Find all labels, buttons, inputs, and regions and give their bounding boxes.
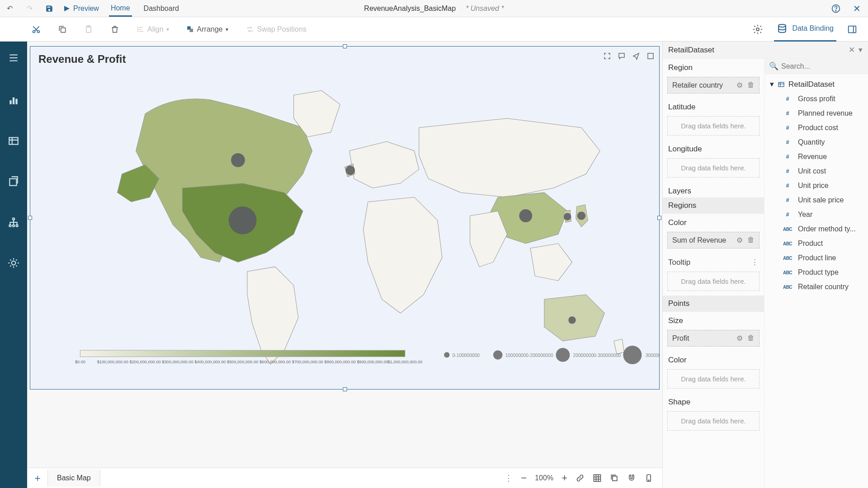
cut-button[interactable] <box>32 25 41 34</box>
field-item[interactable]: #Unit cost <box>778 164 866 178</box>
field-item[interactable]: ABCRetailer country <box>778 280 866 294</box>
zoom-out-button[interactable]: − <box>521 472 527 484</box>
legend-tick: $900,000,000.00 <box>357 360 388 364</box>
latitude-dropzone[interactable]: Drag data fields here. <box>667 116 760 136</box>
snap-icon[interactable] <box>627 474 636 483</box>
point-bucket: 0-100000000 <box>453 353 480 358</box>
text-type-icon: ABC <box>782 227 793 232</box>
dataset-selector[interactable] <box>668 46 845 55</box>
sheet-tab[interactable]: Basic Map <box>47 469 100 487</box>
field-item[interactable]: #Unit price <box>778 178 866 193</box>
delete-button[interactable] <box>110 25 119 34</box>
field-search-input[interactable] <box>781 62 863 70</box>
svg-point-34 <box>623 346 642 364</box>
field-item[interactable]: #Planned revenue <box>778 106 866 121</box>
numeric-type-icon: # <box>782 197 793 203</box>
region-color-binding[interactable]: Sum of Revenue ⚙ 🗑 <box>667 232 760 249</box>
nav-pages-icon[interactable] <box>0 168 27 195</box>
chart-title: Revenue & Profit <box>30 47 659 67</box>
preview-button[interactable]: Preview <box>64 5 99 13</box>
arrange-button[interactable]: Arrange ▾ <box>186 25 228 33</box>
tooltip-dropzone[interactable]: Drag data fields here. <box>667 272 760 291</box>
save-icon[interactable] <box>44 4 54 14</box>
more-icon[interactable]: ⋮ <box>505 473 513 483</box>
region-field-name: Retailer country <box>672 81 736 89</box>
field-name: Unit sale price <box>798 196 844 204</box>
svg-rect-15 <box>9 137 18 144</box>
nav-charts-icon[interactable] <box>0 87 27 114</box>
grid-icon[interactable] <box>593 474 602 483</box>
device-icon[interactable] <box>644 474 653 483</box>
region-binding[interactable]: Retailer country ⚙ 🗑 <box>667 77 760 94</box>
longitude-dropzone[interactable]: Drag data fields here. <box>667 158 760 178</box>
chevron-down-icon: ▾ <box>770 80 774 89</box>
add-sheet-button[interactable]: ＋ <box>27 471 47 485</box>
share-icon[interactable] <box>632 52 640 60</box>
paste-button[interactable] <box>84 25 93 34</box>
trash-icon[interactable]: 🗑 <box>747 81 755 89</box>
data-binding-tab[interactable]: Data Binding <box>774 17 836 42</box>
legend-tick: $500,000,000.00 <box>227 360 258 364</box>
resize-handle-bottom[interactable] <box>343 387 347 391</box>
settings-icon[interactable] <box>752 24 763 35</box>
field-name: Gross profit <box>798 95 835 103</box>
size-binding[interactable]: Profit ⚙ 🗑 <box>667 330 760 347</box>
map-container: $0.00 $100,000,000.00 $200,000,000.00 $3… <box>30 67 659 383</box>
redo-icon[interactable]: ↷ <box>24 4 34 14</box>
export-icon[interactable] <box>646 52 655 60</box>
undo-icon[interactable]: ↶ <box>5 4 14 14</box>
field-item[interactable]: ABCProduct type <box>778 265 866 280</box>
duplicate-icon[interactable] <box>610 474 619 483</box>
field-item[interactable]: #Product cost <box>778 121 866 135</box>
menu-icon[interactable] <box>0 44 27 71</box>
point-color-dropzone[interactable]: Drag data fields here. <box>667 369 760 389</box>
point-bucket: 200000000-300000000 <box>573 353 621 358</box>
arrange-label: Arrange <box>197 25 223 33</box>
help-icon[interactable] <box>831 4 841 14</box>
field-item[interactable]: ABCProduct line <box>778 251 866 265</box>
field-item[interactable]: ABCProduct <box>778 236 866 251</box>
field-name: Planned revenue <box>798 109 853 117</box>
zoom-in-button[interactable]: + <box>561 472 567 484</box>
field-item[interactable]: #Gross profit <box>778 92 866 106</box>
trash-icon[interactable]: 🗑 <box>747 236 755 244</box>
more-icon[interactable]: ⋮ <box>751 258 759 267</box>
link-icon[interactable] <box>576 474 585 483</box>
field-item[interactable]: ABCOrder method ty... <box>778 222 866 236</box>
comment-icon[interactable] <box>618 52 626 60</box>
resize-handle-top[interactable] <box>343 44 347 48</box>
fullscreen-icon[interactable] <box>603 52 611 60</box>
svg-rect-12 <box>9 100 11 104</box>
dataset-chevron-icon[interactable]: ▾ <box>859 45 863 55</box>
dataset-tree-root[interactable]: ▾ RetailDataset <box>766 77 866 92</box>
field-item[interactable]: #Quantity <box>778 135 866 150</box>
svg-rect-16 <box>9 179 16 186</box>
tab-home[interactable]: Home <box>109 0 132 17</box>
tab-dashboard[interactable]: Dashboard <box>142 1 181 16</box>
layers-label: Layers <box>663 182 764 197</box>
clear-dataset-icon[interactable]: ✕ <box>849 45 855 55</box>
nav-insights-icon[interactable] <box>0 249 27 277</box>
unsaved-indicator: * Unsaved * <box>466 5 504 13</box>
gear-icon[interactable]: ⚙ <box>736 334 743 343</box>
field-name: Product <box>798 239 823 248</box>
align-button[interactable]: Align ▾ <box>137 25 169 33</box>
svg-rect-8 <box>189 28 193 32</box>
map-widget[interactable]: Revenue & Profit <box>30 46 660 389</box>
nav-hierarchy-icon[interactable] <box>0 209 27 236</box>
sheet-tabs-bar: ＋ Basic Map ⋮ − 100% + <box>27 468 662 488</box>
svg-rect-14 <box>15 99 17 104</box>
field-item[interactable]: #Year <box>778 207 866 222</box>
toggle-panel-icon[interactable] <box>847 24 857 34</box>
gear-icon[interactable]: ⚙ <box>736 81 743 89</box>
trash-icon[interactable]: 🗑 <box>747 334 755 343</box>
copy-button[interactable] <box>58 25 67 34</box>
zoom-level: 100% <box>535 474 553 482</box>
swap-positions-button[interactable]: Swap Positions <box>245 25 307 34</box>
shape-dropzone[interactable]: Drag data fields here. <box>667 411 760 431</box>
nav-tables-icon[interactable] <box>0 127 27 155</box>
field-item[interactable]: #Unit sale price <box>778 193 866 207</box>
close-icon[interactable]: ✕ <box>852 4 862 14</box>
field-item[interactable]: #Revenue <box>778 150 866 164</box>
gear-icon[interactable]: ⚙ <box>736 236 743 244</box>
